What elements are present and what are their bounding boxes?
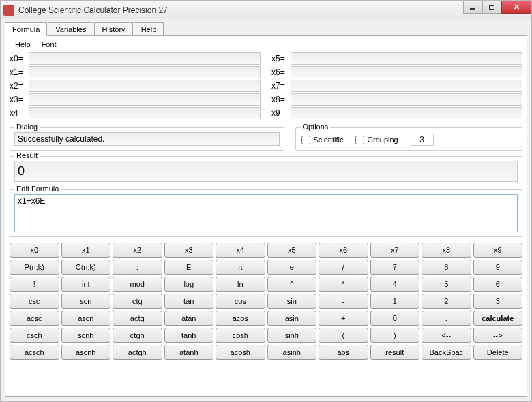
key-tan[interactable]: tan — [164, 294, 214, 309]
key--[interactable]: ; — [113, 260, 162, 275]
var-row: x0= — [10, 52, 261, 65]
key-cosh[interactable]: cosh — [216, 328, 265, 343]
tab-formula[interactable]: Formula — [5, 22, 47, 36]
key-x5[interactable]: x5 — [267, 243, 317, 258]
minimize-button[interactable] — [463, 1, 482, 14]
key-ln[interactable]: ln — [216, 277, 265, 292]
scientific-checkbox-label[interactable]: Scientific — [301, 136, 343, 144]
var-input-x7[interactable] — [291, 80, 522, 92]
key-csch[interactable]: csch — [10, 328, 59, 343]
menu-help[interactable]: Help — [15, 40, 31, 48]
key-7[interactable]: 7 — [370, 260, 420, 275]
key--[interactable]: - — [319, 294, 368, 309]
key-cos[interactable]: cos — [216, 294, 265, 309]
key-p-n-k-[interactable]: P(n;k) — [10, 260, 59, 275]
key-acsc[interactable]: acsc — [10, 311, 59, 326]
key--[interactable]: / — [319, 260, 368, 275]
edit-formula-input[interactable] — [14, 194, 518, 232]
key-5[interactable]: 5 — [422, 277, 471, 292]
var-input-x2[interactable] — [29, 80, 261, 92]
tab-history[interactable]: History — [94, 22, 132, 36]
key-x1[interactable]: x1 — [61, 243, 111, 258]
key-x9[interactable]: x9 — [473, 243, 523, 258]
key--[interactable]: . — [422, 311, 471, 326]
grouping-checkbox[interactable] — [355, 136, 364, 144]
key-c-n-k-[interactable]: C(n;k) — [61, 260, 111, 275]
key-ascn[interactable]: ascn — [61, 311, 111, 326]
key-tanh[interactable]: tanh — [164, 328, 214, 343]
key-2[interactable]: 2 — [422, 294, 471, 309]
key--[interactable]: ) — [370, 328, 420, 343]
key-acos[interactable]: acos — [216, 311, 265, 326]
grouping-label-text: Grouping — [367, 136, 398, 144]
key--[interactable]: ! — [10, 277, 59, 292]
var-input-x1[interactable] — [29, 66, 261, 78]
var-input-x6[interactable] — [291, 66, 522, 78]
scientific-checkbox[interactable] — [301, 136, 310, 144]
key-x3[interactable]: x3 — [164, 243, 214, 258]
key-6[interactable]: 6 — [473, 277, 523, 292]
key-1[interactable]: 1 — [370, 294, 420, 309]
key-abs[interactable]: abs — [319, 345, 368, 360]
key--[interactable]: <-- — [422, 328, 471, 343]
var-input-x5[interactable] — [291, 52, 522, 65]
key-mod[interactable]: mod — [113, 277, 162, 292]
var-input-x8[interactable] — [291, 93, 522, 106]
key-ctg[interactable]: ctg — [113, 294, 162, 309]
key-result[interactable]: result — [370, 345, 420, 360]
key-atan[interactable]: atan — [164, 311, 214, 326]
key-9[interactable]: 9 — [473, 260, 523, 275]
key-sinh[interactable]: sinh — [267, 328, 317, 343]
dialog-fieldset: Dialog Successfully calculated. — [10, 127, 284, 151]
menu-font[interactable]: Font — [42, 40, 57, 48]
key-3[interactable]: 3 — [473, 294, 523, 309]
tab-variables[interactable]: Variables — [48, 22, 93, 36]
key-x4[interactable]: x4 — [216, 243, 265, 258]
key-8[interactable]: 8 — [422, 260, 471, 275]
maximize-button[interactable] — [482, 1, 501, 14]
key-x7[interactable]: x7 — [370, 243, 420, 258]
close-icon: ✕ — [514, 3, 520, 12]
key-actgh[interactable]: actgh — [113, 345, 162, 360]
key--[interactable]: π — [216, 260, 265, 275]
key-scnh[interactable]: scnh — [61, 328, 111, 343]
var-input-x9[interactable] — [291, 107, 522, 119]
key--[interactable]: + — [319, 311, 368, 326]
key-log[interactable]: log — [164, 277, 214, 292]
grouping-value-input[interactable] — [411, 134, 434, 146]
key--[interactable]: * — [319, 277, 368, 292]
var-input-x3[interactable] — [29, 93, 261, 106]
key-ascnh[interactable]: ascnh — [61, 345, 111, 360]
key-sin[interactable]: sin — [267, 294, 317, 309]
tab-help[interactable]: Help — [134, 22, 164, 36]
var-input-x4[interactable] — [29, 107, 261, 119]
key-asinh[interactable]: asinh — [267, 345, 317, 360]
key--[interactable]: --> — [473, 328, 523, 343]
key-backspac[interactable]: BackSpac — [422, 345, 471, 360]
key-actg[interactable]: actg — [113, 311, 162, 326]
key-calculate[interactable]: calculate — [473, 311, 523, 326]
key-acsch[interactable]: acsch — [10, 345, 59, 360]
key-x0[interactable]: x0 — [10, 243, 59, 258]
grouping-checkbox-label[interactable]: Grouping — [355, 136, 398, 144]
key-x8[interactable]: x8 — [422, 243, 471, 258]
key-4[interactable]: 4 — [370, 277, 420, 292]
key-ctgh[interactable]: ctgh — [113, 328, 162, 343]
key--[interactable]: ^ — [267, 277, 317, 292]
var-input-x0[interactable] — [29, 52, 261, 65]
key-e[interactable]: e — [267, 260, 317, 275]
key-x2[interactable]: x2 — [113, 243, 162, 258]
key-csc[interactable]: csc — [10, 294, 59, 309]
key-asin[interactable]: asin — [267, 311, 317, 326]
key-int[interactable]: int — [61, 277, 111, 292]
key-atanh[interactable]: atanh — [164, 345, 214, 360]
key-x6[interactable]: x6 — [319, 243, 368, 258]
key-scn[interactable]: scn — [61, 294, 111, 309]
key-e[interactable]: E — [164, 260, 214, 275]
key-delete[interactable]: Delete — [473, 345, 523, 360]
close-button[interactable]: ✕ — [501, 1, 531, 14]
key-0[interactable]: 0 — [370, 311, 420, 326]
key--[interactable]: ( — [319, 328, 368, 343]
key-acosh[interactable]: acosh — [216, 345, 265, 360]
edit-formula-legend: Edit Formula — [14, 185, 61, 193]
